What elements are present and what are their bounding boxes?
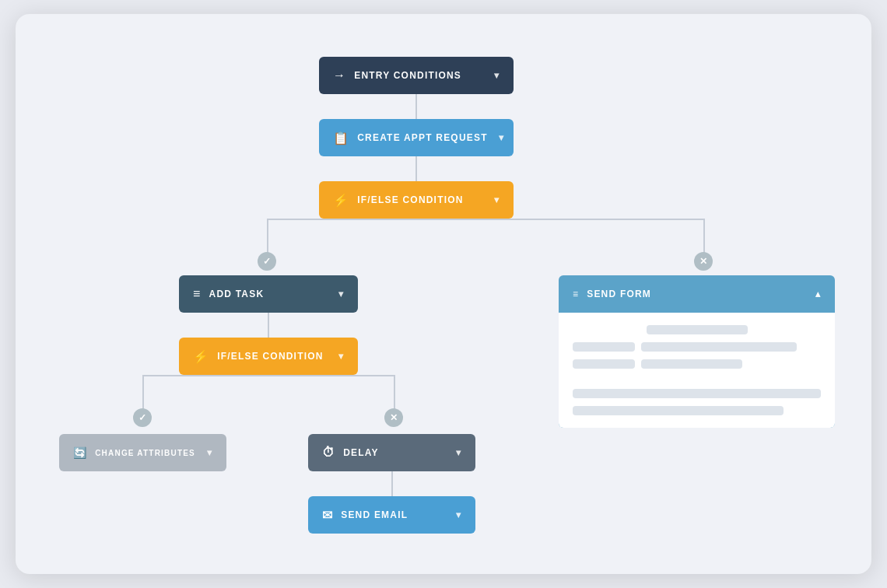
form-spacer (573, 376, 821, 381)
branch-check-2: ✓ (133, 408, 152, 427)
entry-conditions-node[interactable]: → ENTRY CONDITIONS ▾ (319, 57, 514, 94)
entry-chevron: ▾ (494, 70, 500, 81)
send-email-node[interactable]: ✉ SEND EMAIL ▾ (308, 496, 475, 534)
connector-delay-sendemail (391, 471, 393, 496)
form-bar (573, 389, 821, 398)
form-row-3 (573, 359, 821, 369)
change-attr-icon: 🔄 (73, 446, 87, 459)
ifelse1-node[interactable]: ⚡ IF/ELSE CONDITION ▾ (319, 181, 514, 219)
connector-ifelse1-right-h (416, 219, 704, 220)
create-appt-icon: 📋 (333, 131, 349, 145)
send-form-icon: ≡ (573, 289, 579, 299)
ifelse2-chevron: ▾ (338, 351, 344, 362)
ifelse1-chevron: ▾ (494, 194, 500, 205)
delay-chevron: ▾ (456, 447, 461, 458)
form-bar (573, 359, 635, 369)
send-email-icon: ✉ (322, 508, 333, 523)
ifelse2-label: IF/ELSE CONDITION (217, 351, 328, 362)
connector-addtask-ifelse2 (268, 313, 269, 338)
change-attributes-node[interactable]: 🔄 CHANGE ATTRIBUTES ▾ (59, 434, 226, 471)
flow-canvas: → ENTRY CONDITIONS ▾ 📋 CREATE APPT REQUE… (16, 14, 871, 574)
form-row-1 (573, 325, 821, 334)
ifelse1-label: IF/ELSE CONDITION (357, 194, 483, 205)
form-row-5 (573, 406, 821, 415)
connector-entry-create (415, 94, 417, 119)
send-form-header[interactable]: ≡ SEND FORM ▴ (559, 275, 835, 313)
add-task-node[interactable]: ≡ ADD TASK ▾ (179, 275, 358, 313)
form-row-4 (573, 389, 821, 398)
connector-ifelse2-right-h (268, 375, 394, 376)
send-form-card[interactable]: ≡ SEND FORM ▴ (559, 275, 835, 428)
connector-create-ifelse1 (415, 156, 417, 181)
branch-x-2: ✕ (384, 408, 403, 427)
send-email-label: SEND EMAIL (341, 509, 445, 520)
add-task-label: ADD TASK (209, 289, 328, 299)
create-appt-chevron: ▾ (499, 132, 504, 143)
send-email-chevron: ▾ (456, 509, 461, 520)
ifelse2-icon: ⚡ (193, 349, 209, 364)
ifelse1-icon: ⚡ (333, 193, 349, 208)
connector-ifelse2-left-h (142, 375, 268, 376)
send-form-chevron: ▴ (815, 289, 821, 299)
branch-x-1: ✕ (694, 252, 713, 271)
entry-label: ENTRY CONDITIONS (354, 70, 483, 81)
form-bar (641, 342, 797, 352)
add-task-chevron: ▾ (338, 289, 344, 299)
delay-node[interactable]: ⏱ DELAY ▾ (308, 434, 475, 471)
create-appt-label: CREATE APPT REQUEST (357, 132, 487, 143)
delay-icon: ⏱ (322, 446, 335, 460)
connector-ifelse1-left-h (267, 219, 416, 220)
send-form-body (559, 313, 835, 428)
create-appt-node[interactable]: 📋 CREATE APPT REQUEST ▾ (319, 119, 514, 156)
delay-label: DELAY (343, 447, 445, 458)
ifelse2-node[interactable]: ⚡ IF/ELSE CONDITION ▾ (179, 338, 358, 375)
change-attr-chevron: ▾ (207, 447, 212, 458)
form-row-2 (573, 342, 821, 352)
form-bar (641, 359, 742, 369)
form-bar (573, 406, 784, 415)
form-bar (573, 342, 635, 352)
entry-icon: → (333, 68, 346, 82)
add-task-icon: ≡ (193, 287, 202, 301)
branch-check-1: ✓ (258, 252, 276, 271)
send-form-label: SEND FORM (587, 289, 651, 299)
form-bar (647, 325, 748, 334)
change-attr-label: CHANGE ATTRIBUTES (95, 449, 196, 457)
